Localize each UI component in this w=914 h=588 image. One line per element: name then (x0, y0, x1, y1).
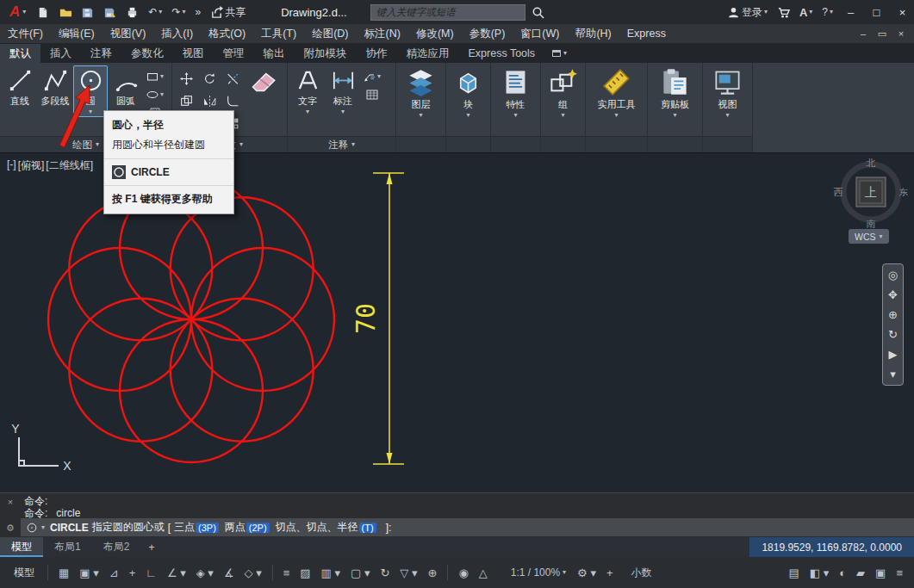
menu-item[interactable]: 参数(P) (462, 24, 513, 43)
viewport-controls-menu[interactable]: [-] (7, 158, 16, 173)
chevron-down-icon[interactable]: ▾ (466, 112, 469, 119)
snap-mode-icon[interactable]: ▣ ▾ (75, 562, 103, 583)
menu-item[interactable]: Express (619, 24, 674, 43)
utilities-button[interactable]: 实用工具 ▾ (588, 65, 644, 121)
3d-object-snap-icon[interactable]: ▢ ▾ (346, 562, 374, 583)
wcs-selector[interactable]: WCS ▾ (849, 229, 889, 244)
chevron-down-icon[interactable]: ▾ (419, 112, 422, 119)
qat-overflow-button[interactable]: » (191, 2, 204, 22)
chevron-down-icon[interactable]: ▾ (513, 112, 517, 119)
layout1-tab[interactable]: 布局1 (43, 537, 92, 557)
viewcube-south-label[interactable]: 南 (867, 219, 876, 229)
viewcube-east-label[interactable]: 东 (899, 187, 909, 197)
app-menu-button[interactable]: A ▾ (5, 0, 30, 24)
doc-restore-button[interactable]: ▭ (873, 28, 892, 40)
model-space-toggle[interactable]: 模型 (7, 566, 41, 580)
menu-item[interactable]: 绘图(D) (304, 24, 356, 43)
lineweight-icon[interactable]: ≡ (279, 562, 295, 583)
ribbon-tab[interactable]: 视图 (173, 44, 214, 63)
isodraft-icon[interactable]: ◈ ▾ (192, 562, 218, 583)
app-store-button[interactable] (774, 2, 793, 22)
clean-screen-icon[interactable]: ▣ (871, 562, 890, 583)
circle-tool-button[interactable]: 圆 ▾ (73, 65, 108, 117)
erase-tool-button[interactable] (246, 65, 280, 99)
rotate-tool-button[interactable] (198, 67, 221, 90)
command-input-row[interactable]: ▾ CIRCLE 指定圆的圆心或 [ 三点(3P)两点(2P)切点、切点、半径(… (21, 518, 914, 536)
command-option[interactable]: 切点、切点、半径(T) (276, 520, 376, 535)
menu-item[interactable]: 工具(T) (253, 24, 304, 43)
menu-item[interactable]: 修改(M) (408, 24, 462, 43)
doc-minimize-button[interactable]: – (854, 28, 873, 40)
workspace-switching-icon[interactable]: ⚙ ▾ (573, 562, 600, 583)
table-tool-button[interactable] (363, 88, 381, 102)
search-input[interactable] (370, 4, 525, 21)
menu-item[interactable]: 文件(F) (0, 24, 51, 43)
ribbon-tab[interactable]: 参数化 (121, 44, 173, 63)
annotation-autoscale-icon[interactable]: △ (475, 562, 492, 583)
close-button[interactable]: × (891, 0, 914, 24)
transparency-icon[interactable]: ▨ (295, 562, 314, 583)
osnap-tracking-icon[interactable]: ∡ (220, 562, 239, 583)
fillet-tool-button[interactable] (221, 90, 245, 112)
infer-constraints-icon[interactable]: ⊿ (105, 562, 123, 583)
chevron-down-icon[interactable]: ▾ (306, 108, 309, 115)
arc-tool-button[interactable]: 圆弧 ▾ (109, 65, 143, 117)
ucs-icon[interactable]: Y X (11, 422, 72, 473)
rectangle-tool-button[interactable]: ▾ (146, 70, 164, 84)
ribbon-tab[interactable]: 协作 (357, 44, 397, 63)
help-button[interactable]: ?▾ (818, 2, 836, 22)
menu-item[interactable]: 帮助(H) (567, 24, 619, 43)
navbar-orbit-icon[interactable]: ↻ (888, 329, 898, 340)
model-layout-tab[interactable]: 模型 (0, 537, 43, 557)
groups-button[interactable]: 组 ▾ (544, 65, 582, 121)
gizmo-icon[interactable]: ⊕ (423, 562, 441, 583)
doc-close-button[interactable]: × (892, 28, 911, 40)
layout2-tab[interactable]: 布局2 (92, 537, 141, 557)
viewport-view-menu[interactable]: [俯视] (18, 158, 45, 173)
menu-item[interactable]: 编辑(E) (51, 24, 103, 43)
properties-button[interactable]: 特性 ▾ (494, 65, 538, 121)
dynamic-input-icon[interactable]: + (125, 562, 140, 583)
trim-tool-button[interactable] (221, 67, 245, 90)
lock-ui-icon[interactable]: ◧ ▾ (805, 562, 833, 583)
customize-icon[interactable]: ≡ (892, 562, 907, 583)
chevron-down-icon[interactable]: ▾ (614, 112, 618, 119)
ribbon-options-button[interactable]: ▾ (544, 44, 575, 63)
ribbon-tab[interactable]: 插入 (40, 44, 81, 63)
menu-item[interactable]: 插入(I) (153, 24, 201, 43)
plot-button[interactable] (122, 2, 142, 22)
maximize-button[interactable]: □ (865, 0, 888, 24)
chevron-down-icon[interactable]: ▾ (561, 112, 564, 119)
menu-item[interactable]: 窗口(W) (513, 24, 567, 43)
view-cube[interactable]: 上 北 南 西 东 (834, 158, 909, 229)
annotation-monitor-icon[interactable]: + (602, 562, 618, 583)
chevron-down-icon[interactable]: ▾ (725, 112, 729, 119)
polar-tracking-icon[interactable]: ∠ ▾ (163, 562, 190, 583)
block-button[interactable]: 块 ▾ (449, 65, 488, 121)
dynamic-ucs-icon[interactable]: ↻ (376, 562, 394, 583)
annotation-visibility-icon[interactable]: ◉ (454, 562, 472, 583)
new-layout-button[interactable]: + (140, 537, 162, 557)
save-as-button[interactable] (100, 2, 120, 22)
sign-in-button[interactable]: 登录▾ (724, 2, 771, 22)
command-customize-icon[interactable]: ⚙ (6, 523, 15, 534)
command-option[interactable]: 三点(3P) (174, 520, 219, 535)
object-snap-icon[interactable]: ◇ ▾ (240, 562, 266, 583)
viewcube-north-label[interactable]: 北 (866, 158, 876, 168)
command-option[interactable]: 两点(2P) (225, 520, 270, 535)
menu-item[interactable]: 标注(N) (357, 24, 408, 43)
navbar-wheel-icon[interactable]: ◎ (888, 269, 898, 281)
navbar-showmotion-icon[interactable]: ▶ (889, 349, 898, 360)
open-file-button[interactable] (55, 2, 75, 22)
ellipse-tool-button[interactable]: ▾ (146, 88, 164, 102)
dimension[interactable]: 70 (351, 173, 404, 464)
move-tool-button[interactable] (175, 67, 198, 90)
menu-item[interactable]: 格式(O) (201, 24, 253, 43)
selection-filter-icon[interactable]: ▽ ▾ (395, 562, 421, 583)
selection-cycling-icon[interactable]: ▥ ▾ (317, 562, 345, 583)
command-close-icon[interactable]: × (8, 497, 13, 507)
ribbon-tab[interactable]: Express Tools (459, 44, 545, 63)
annotation-panel-label[interactable]: 注释▾ (288, 136, 395, 152)
polyline-tool-button[interactable]: 多段线 (38, 65, 72, 109)
menu-item[interactable]: 视图(V) (103, 24, 154, 43)
